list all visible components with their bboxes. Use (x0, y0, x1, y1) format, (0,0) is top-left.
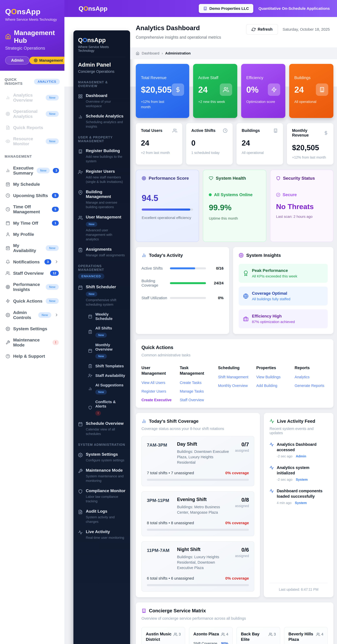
coverage-value: 90% (221, 642, 228, 644)
admin-nav-item[interactable]: Dashboard Overview of your workspace (78, 93, 126, 108)
activity-bar (170, 282, 206, 284)
sidebar-item[interactable]: Quick Actions New (5, 295, 60, 307)
item-icon (6, 96, 10, 100)
sidebar-item-label: My Availability (13, 243, 43, 253)
chevron-right-icon (54, 313, 59, 318)
action-link[interactable]: Shift Management (218, 375, 251, 379)
admin-nav-item[interactable]: Register Building Add new buildings to t… (78, 148, 126, 164)
pulse-icon (270, 442, 274, 447)
feed-item: Dashboard components loaded successfully… (270, 488, 328, 505)
org-selector[interactable]: Demo Properties LLC (199, 4, 253, 13)
assigned-label: assigned (235, 554, 249, 558)
stat-card: Total Users 24 +2 from last month (136, 123, 182, 164)
admin-nav-item[interactable]: AI Suggestions New (88, 383, 126, 394)
item-icon (88, 406, 92, 410)
stat-value: 0% (246, 85, 258, 94)
department-badge: Management (29, 57, 67, 64)
sidebar-item[interactable]: My Availability New (5, 240, 60, 256)
admin-nav-item[interactable]: Register Users Add new staff members (si… (78, 169, 126, 184)
action-link[interactable]: Add Building (256, 384, 290, 388)
sidebar-item[interactable]: Maintenance Mode ! (5, 334, 60, 350)
item-icon (6, 232, 10, 236)
action-link[interactable]: Generate Reports (294, 384, 328, 388)
sidebar-item[interactable]: Quick Reports (5, 122, 60, 133)
sidebar-item[interactable]: My Time Off 1 (5, 218, 60, 229)
admin-nav-item[interactable]: All Shifts New (88, 326, 126, 338)
action-link[interactable]: Monthly Overview (218, 384, 251, 388)
item-title: System Settings (86, 452, 118, 457)
admin-nav-item[interactable]: Shift Templates (88, 364, 126, 368)
sidebar-item[interactable]: My Profile (5, 229, 60, 240)
item-icon (6, 182, 10, 186)
action-link[interactable]: Create Executive (142, 398, 174, 402)
staff-count: 3 (274, 632, 276, 636)
insight-icon (243, 316, 248, 322)
sidebar-item[interactable]: My Schedule (5, 179, 60, 190)
action-link[interactable]: Create Tasks (180, 380, 213, 385)
stat-label: Active Staff (198, 76, 232, 80)
sidebar-item[interactable]: Time Off Management 5 (5, 201, 60, 218)
sidebar-item[interactable]: Upcoming Shifts 5 (5, 190, 60, 201)
staff-count: 4 (226, 632, 228, 636)
admin-nav-item[interactable]: Audit Logs System activity and changes (78, 509, 126, 524)
sidebar-item[interactable]: Notifications 3 (5, 256, 60, 268)
admin-nav-item[interactable]: Live Activity Real-time user monitoring (78, 529, 126, 540)
admin-nav-item[interactable]: Monthly Overview New (88, 343, 126, 359)
new-badge: New (86, 222, 97, 227)
breadcrumb: Dashboard › Administration (130, 48, 337, 59)
item-title: User Management (86, 215, 121, 220)
action-link[interactable]: Register Users (142, 389, 174, 394)
action-link[interactable]: View All Users (142, 380, 174, 385)
sidebar-item[interactable]: Staff Overview 12 (5, 268, 60, 279)
admin-nav-item[interactable]: System Settings Configure system setting… (78, 452, 126, 462)
item-title: Weekly Schedule (95, 312, 126, 321)
sidebar-item[interactable]: Performance Insights New (5, 279, 60, 295)
refresh-button[interactable]: Refresh (246, 24, 278, 34)
activity-rows: Active Shifts 0/16 Building Coverage 24/… (142, 266, 224, 300)
quick-actions-card: Quick Actions Common administrative task… (136, 339, 334, 408)
admin-nav-item[interactable]: Weekly Schedule (88, 312, 126, 321)
action-link[interactable]: Staff Overview (180, 398, 213, 402)
sidebar-item[interactable]: Help & Support (5, 350, 60, 362)
sidebar-item[interactable]: Admin Controls New (5, 307, 60, 323)
admin-nav-item[interactable]: Building Management Manage and oversee b… (78, 190, 126, 209)
sidebar-item[interactable]: Analytics Overview New (5, 90, 60, 106)
admin-nav-item[interactable]: Staff Availability (88, 374, 126, 378)
breadcrumb-home[interactable]: Dashboard (142, 51, 159, 56)
sidebar-item[interactable]: Executive Summary New 3 (5, 162, 60, 179)
sidebar-item[interactable]: Operational Analytics New (5, 106, 60, 122)
sidebar-item-label: My Time Off (13, 221, 49, 226)
admin-nav-item[interactable]: Assignments Manage staff assignments (78, 247, 126, 258)
performance-bar (142, 208, 193, 210)
admin-nav-item[interactable]: Conflicts & Alerts ! (88, 400, 126, 416)
admin-panel-title: Admin Panel (78, 62, 126, 68)
admin-nav-item[interactable]: Maintenance Mode System maintenance and … (78, 468, 126, 483)
shift-time: 7AM-3PM (147, 442, 172, 465)
action-link[interactable]: Manage Tasks (180, 389, 213, 394)
item-icon (88, 330, 92, 334)
admin-sidebar: QOnsApp Where Service Meets Technology A… (74, 30, 130, 644)
performance-value: 94.5 (142, 193, 193, 203)
new-badge: New (46, 95, 59, 100)
sidebar-item-label: Executive Summary (13, 166, 34, 176)
feed-item: Analytics system initialized -2 sec agoS… (270, 465, 328, 482)
security-state: Secure (283, 192, 297, 197)
admin-nav-item[interactable]: Compliance Monitor Labor law compliance … (78, 488, 126, 504)
admin-nav-item[interactable]: User Management New Advanced user manage… (78, 215, 126, 242)
item-icon (6, 313, 10, 317)
item-icon (78, 170, 83, 174)
admin-nav-item[interactable]: Schedule Overview Calendar view of all s… (78, 421, 126, 436)
admin-nav-item[interactable]: Shift Scheduler New Comprehensive shift … (78, 284, 126, 307)
admin-section-label: USER & PROPERTY MANAGEMENT (78, 136, 126, 143)
sidebar-item[interactable]: System Settings (5, 323, 60, 334)
stat-card: Monthly Revenue $20,505 +12% from last m… (287, 123, 334, 164)
sidebar-item[interactable]: Resource Monitor New (5, 133, 60, 150)
item-icon (88, 364, 92, 368)
item-icon (78, 422, 83, 426)
action-link[interactable]: View Buildings (256, 375, 290, 379)
uptime-value: 99.9% (209, 203, 260, 212)
item-icon (78, 248, 83, 252)
action-link[interactable]: Analytics (294, 375, 328, 379)
insight-description: All KPIs exceeded this week (252, 274, 297, 278)
admin-nav-item[interactable]: Schedule Analytics Scheduling analytics … (78, 114, 126, 129)
